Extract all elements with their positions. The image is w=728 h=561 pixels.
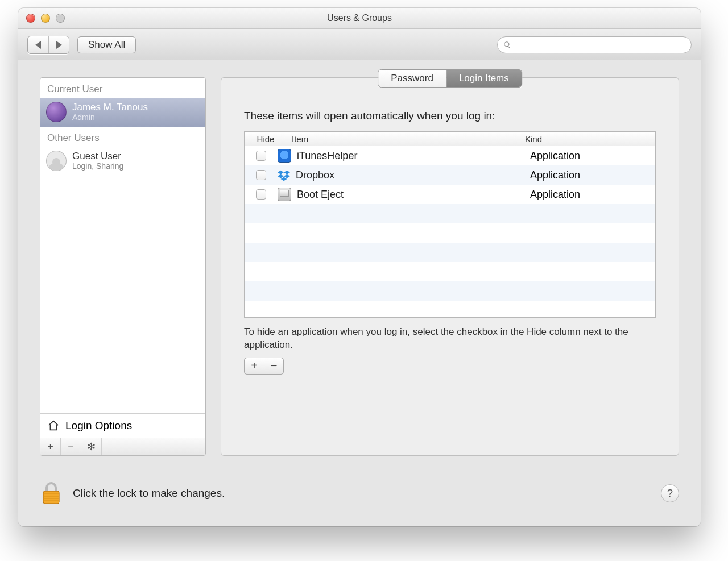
item-name: Boot Eject — [297, 189, 344, 201]
table-row[interactable]: Boot Eject Application — [245, 185, 655, 204]
col-item[interactable]: Item — [287, 132, 520, 146]
sidebar-user-guest[interactable]: Guest User Login, Sharing — [40, 147, 205, 176]
tab-login-items[interactable]: Login Items — [446, 70, 522, 87]
search-input[interactable] — [516, 40, 685, 50]
item-kind: Application — [530, 169, 655, 181]
close-window-button[interactable] — [26, 14, 35, 23]
back-button[interactable] — [28, 36, 48, 53]
show-all-button[interactable]: Show All — [77, 36, 136, 53]
remove-user-button[interactable]: − — [61, 438, 81, 455]
svg-marker-0 — [278, 171, 284, 174]
sidebar-tools: + − ✻ — [40, 438, 205, 455]
table-row-empty — [245, 262, 655, 281]
users-sidebar: Current User James M. Tanous Admin Other… — [40, 77, 206, 456]
script-icon — [278, 188, 291, 201]
main-content: Password Login Items These items will op… — [221, 77, 679, 456]
chevron-left-icon — [35, 41, 41, 49]
svg-rect-5 — [43, 491, 59, 504]
zoom-window-button[interactable] — [56, 14, 65, 23]
avatar-icon — [46, 151, 67, 171]
col-hide[interactable]: Hide — [245, 132, 287, 146]
hide-checkbox[interactable] — [256, 189, 266, 200]
minimize-window-button[interactable] — [41, 14, 50, 23]
help-button[interactable]: ? — [661, 484, 679, 502]
house-icon — [47, 419, 60, 432]
item-name: iTunesHelper — [297, 150, 357, 162]
sidebar-user-current[interactable]: James M. Tanous Admin — [40, 98, 205, 127]
other-users-section-label: Other Users — [40, 127, 205, 147]
table-row-empty — [245, 204, 655, 223]
lock-hint-text: Click the lock to make changes. — [73, 487, 225, 500]
search-field[interactable] — [497, 36, 692, 53]
tab-bar: Password Login Items — [378, 69, 522, 88]
current-user-section-label: Current User — [40, 78, 205, 98]
login-items-add-remove: + − — [244, 358, 284, 375]
nav-segment — [27, 36, 69, 54]
item-kind: Application — [530, 189, 655, 201]
guest-user-name: Guest User — [72, 151, 123, 162]
itunes-icon — [278, 149, 291, 163]
dropbox-icon — [278, 169, 290, 181]
table-row-empty — [245, 281, 655, 301]
avatar-icon — [46, 102, 67, 122]
table-row[interactable]: iTunesHelper Application — [245, 146, 655, 165]
intro-text: These items will open automatically when… — [244, 110, 656, 122]
table-row-empty — [245, 301, 655, 318]
login-options-label: Login Options — [65, 419, 132, 432]
current-user-name: James M. Tanous — [72, 102, 148, 113]
current-user-role: Admin — [72, 113, 148, 122]
hide-hint-text: To hide an application when you log in, … — [244, 326, 656, 352]
hide-checkbox[interactable] — [256, 170, 266, 180]
lock-icon[interactable] — [40, 481, 63, 506]
add-login-item-button[interactable]: + — [245, 358, 264, 374]
forward-button[interactable] — [48, 36, 69, 53]
guest-user-role: Login, Sharing — [72, 161, 123, 171]
window-title: Users & Groups — [18, 13, 701, 23]
table-row[interactable]: Dropbox Application — [245, 165, 655, 185]
svg-marker-1 — [284, 171, 290, 174]
tab-password[interactable]: Password — [378, 70, 446, 87]
hide-checkbox[interactable] — [256, 151, 266, 161]
item-kind: Application — [530, 150, 655, 162]
add-user-button[interactable]: + — [40, 438, 61, 455]
titlebar: Users & Groups — [18, 8, 701, 29]
col-kind[interactable]: Kind — [520, 132, 655, 146]
toolbar: Show All — [18, 29, 701, 61]
remove-login-item-button[interactable]: − — [264, 358, 283, 374]
table-row-empty — [245, 223, 655, 243]
login-options-button[interactable]: Login Options — [40, 413, 205, 438]
chevron-right-icon — [56, 41, 62, 49]
user-actions-button[interactable]: ✻ — [81, 438, 102, 455]
table-row-empty — [245, 243, 655, 262]
footer: Click the lock to make changes. ? — [40, 476, 679, 510]
item-name: Dropbox — [296, 169, 334, 181]
search-icon — [503, 41, 511, 49]
login-items-table: Hide Item Kind iTunesHelper Appli — [244, 131, 656, 318]
preferences-window: Users & Groups Show All Current User — [18, 8, 701, 526]
